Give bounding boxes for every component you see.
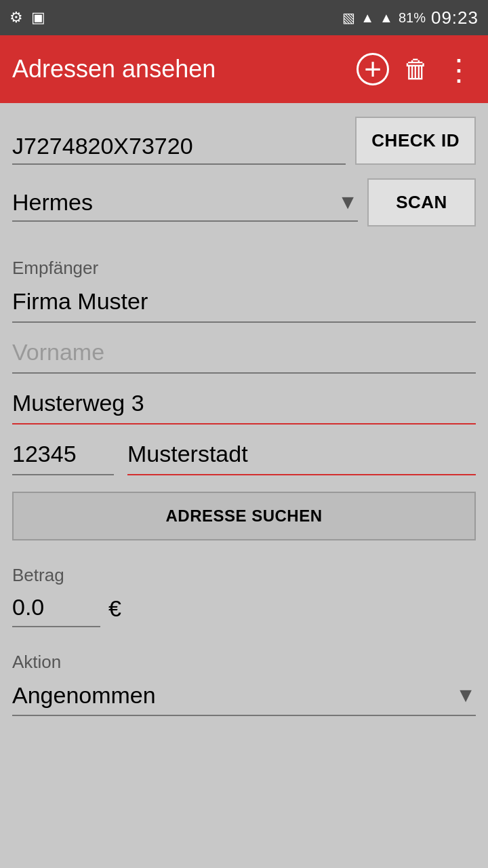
wifi-icon: ▲ <box>361 10 374 26</box>
id-input-wrapper <box>12 129 346 165</box>
status-bar-left: ⚙ ▣ <box>9 9 45 26</box>
plz-city-row <box>12 434 476 475</box>
add-button[interactable]: + <box>357 53 389 85</box>
aktion-chevron-down-icon: ▼ <box>455 684 476 707</box>
betrag-input-wrapper <box>12 589 100 627</box>
plz-input[interactable] <box>12 434 114 474</box>
city-input[interactable] <box>127 434 476 474</box>
gear-icon: ⚙ <box>9 9 23 26</box>
vibrate-icon: ▧ <box>342 9 355 26</box>
id-input[interactable] <box>12 129 346 165</box>
main-content: CHECK ID Hermes DHL DPD GLS UPS ▼ SCAN E… <box>0 103 488 736</box>
check-id-button[interactable]: CHECK ID <box>355 117 476 165</box>
strasse-field-wrapper <box>12 383 476 425</box>
vorname-input[interactable] <box>12 332 476 372</box>
aktion-select-wrapper: Angenommen Abgelehnt Nicht angetroffen ▼ <box>12 675 476 716</box>
address-search-button[interactable]: ADRESSE SUCHEN <box>12 492 476 540</box>
time-display: 09:23 <box>431 7 479 28</box>
status-bar: ⚙ ▣ ▧ ▲ ▲ 81% 09:23 <box>0 0 488 35</box>
app-bar-title: Adressen ansehen <box>12 55 346 83</box>
betrag-label: Betrag <box>12 565 476 586</box>
carrier-select-wrapper: Hermes DHL DPD GLS UPS ▼ <box>12 184 358 222</box>
status-bar-right: ▧ ▲ ▲ 81% 09:23 <box>342 7 479 28</box>
id-row: CHECK ID <box>12 117 476 165</box>
aktion-label: Aktion <box>12 652 476 673</box>
aktion-select[interactable]: Angenommen Abgelehnt Nicht angetroffen <box>12 675 455 715</box>
carrier-row: Hermes DHL DPD GLS UPS ▼ SCAN <box>12 178 476 226</box>
empfaenger-label: Empfänger <box>12 258 476 279</box>
more-options-button[interactable]: ⋮ <box>443 53 476 85</box>
delete-button[interactable]: 🗑 <box>400 53 432 85</box>
battery-text: 81% <box>399 10 426 26</box>
plz-wrapper <box>12 434 114 475</box>
strasse-input[interactable] <box>12 383 476 423</box>
firma-field-wrapper <box>12 281 476 323</box>
carrier-chevron-down-icon: ▼ <box>338 191 358 214</box>
vorname-field-wrapper <box>12 332 476 374</box>
betrag-currency-symbol: € <box>108 595 121 627</box>
firma-input[interactable] <box>12 281 476 321</box>
app-bar: Adressen ansehen + 🗑 ⋮ <box>0 35 488 103</box>
city-wrapper <box>127 434 476 475</box>
scan-button[interactable]: SCAN <box>367 178 476 226</box>
signal-icon: ▲ <box>380 10 393 26</box>
betrag-row: € <box>12 589 476 627</box>
image-icon: ▣ <box>31 9 45 26</box>
carrier-select[interactable]: Hermes DHL DPD GLS UPS <box>12 184 338 220</box>
betrag-input[interactable] <box>12 589 100 626</box>
